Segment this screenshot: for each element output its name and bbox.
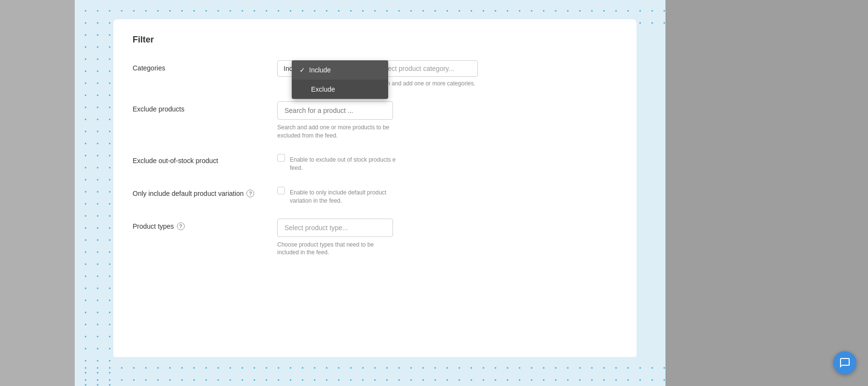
category-select-placeholder: Select product category... <box>378 65 454 72</box>
exclude-out-of-stock-helper: Enable to exclude out of stock products … <box>290 156 396 172</box>
categories-label: Categories <box>133 60 277 72</box>
default-variation-row: Only include default product variation ?… <box>133 186 617 205</box>
categories-row: Categories Include Select product catego… <box>133 60 617 88</box>
exclude-out-of-stock-label: Exclude out-of-stock product <box>133 153 277 165</box>
right-sidebar <box>665 0 868 386</box>
default-variation-checkbox[interactable] <box>277 187 285 194</box>
left-sidebar <box>0 0 75 386</box>
exclude-products-helper: Search and add one or more products to b… <box>277 124 393 140</box>
default-variation-content: Enable to only include default product v… <box>277 186 617 205</box>
exclude-products-content: Search and add one or more products to b… <box>277 101 617 140</box>
default-variation-help-icon[interactable]: ? <box>246 190 254 197</box>
card-overlay-fade <box>113 318 637 357</box>
dropdown-exclude-option[interactable]: Exclude <box>292 80 388 99</box>
filter-card: Filter Categories Include Select product… <box>113 19 637 357</box>
exclude-products-label: Exclude products <box>133 101 277 113</box>
default-variation-label: Only include default product variation ? <box>133 186 277 197</box>
page-title: Filter <box>133 35 617 45</box>
exclude-products-search[interactable] <box>277 101 393 120</box>
exclude-products-row: Exclude products Search and add one or m… <box>133 101 617 140</box>
exclude-out-of-stock-content: Enable to exclude out of stock products … <box>277 153 617 172</box>
include-exclude-menu: ✓ Include Exclude <box>292 60 388 99</box>
default-variation-wrapper: Enable to only include default product v… <box>277 186 617 205</box>
exclude-option-label: Exclude <box>311 85 335 93</box>
product-types-row: Product types ? Select product type... C… <box>133 219 617 257</box>
default-variation-helper: Enable to only include default product v… <box>290 189 396 205</box>
product-types-help-icon[interactable]: ? <box>177 222 185 230</box>
include-option-label: Include <box>309 66 331 74</box>
main-area: Filter Categories Include Select product… <box>75 0 665 386</box>
product-type-select[interactable]: Select product type... <box>277 219 393 237</box>
chat-icon <box>839 357 851 369</box>
check-icon: ✓ <box>299 66 305 74</box>
dot-pattern-bottom <box>75 357 665 386</box>
product-types-content: Select product type... Choose product ty… <box>277 219 617 257</box>
dropdown-include-option[interactable]: ✓ Include <box>292 60 388 80</box>
product-types-helper: Choose product types that need to be inc… <box>277 241 393 257</box>
dot-pattern-left <box>75 0 113 386</box>
product-type-placeholder: Select product type... <box>285 224 348 232</box>
exclude-out-of-stock-row: Exclude out-of-stock product Enable to e… <box>133 153 617 172</box>
exclude-out-of-stock-checkbox[interactable] <box>277 154 285 162</box>
chat-button[interactable] <box>833 351 856 374</box>
exclude-out-of-stock-wrapper: Enable to exclude out of stock products … <box>277 153 617 172</box>
product-types-label: Product types ? <box>133 219 277 230</box>
